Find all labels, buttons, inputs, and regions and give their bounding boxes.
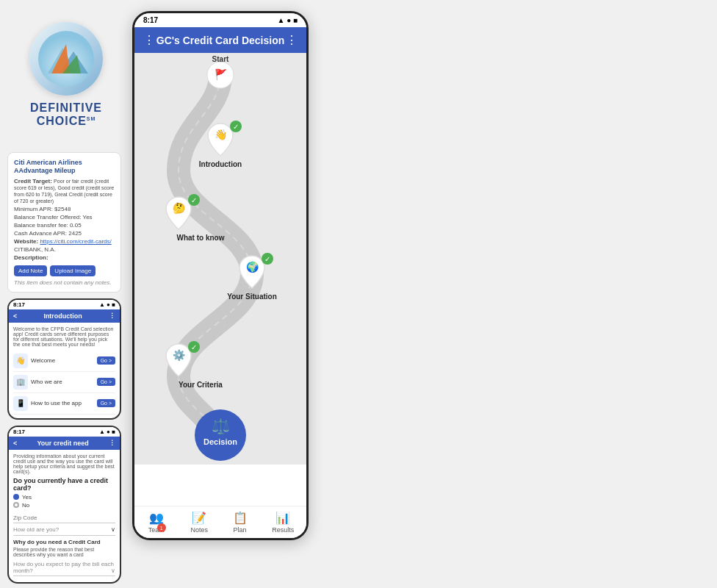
phone-credit-need: 8:17 ▲ ● ■ < Your credit need ⋮ Providin… bbox=[7, 426, 121, 584]
svg-text:Your Situation: Your Situation bbox=[227, 293, 277, 301]
logo-definitive: Definitive bbox=[30, 101, 102, 115]
logo-choice: ChoiceSM bbox=[30, 115, 102, 128]
logo-area: Definitive ChoiceSM bbox=[7, 7, 125, 143]
institution: CITIBANK, N.A. bbox=[14, 246, 115, 253]
left-column: Definitive ChoiceSM Citi American Airlin… bbox=[7, 7, 129, 588]
results-icon: 📊 bbox=[275, 511, 290, 525]
radio-no[interactable]: No bbox=[13, 502, 115, 509]
intro-item-welcome[interactable]: 👋 Welcome Go > bbox=[13, 351, 115, 372]
center-column: 8:17 ▲ ● ■ ⋮ GC's Credit Card Decision ⋮… bbox=[129, 7, 312, 588]
card-title: Citi American Airlines AAdvantage Mileup bbox=[14, 159, 115, 175]
svg-text:Start: Start bbox=[212, 55, 229, 63]
main-header: ⋮ GC's Credit Card Decision ⋮ bbox=[134, 27, 306, 53]
road-svg: Start 🚩 👋 ✓ Introduction 🤔 ✓ What to kno… bbox=[134, 53, 306, 465]
bottom-navigation: 👥 Team 1 📝 Notes 📋 Plan 📊 Results bbox=[134, 506, 306, 538]
logo-text: Definitive ChoiceSM bbox=[30, 101, 102, 128]
bill-payment-field[interactable]: How do you expect to pay the bill each m… bbox=[13, 559, 115, 576]
add-note-button[interactable]: Add Note bbox=[14, 265, 47, 276]
upload-image-button[interactable]: Upload Image bbox=[50, 265, 96, 276]
notes-empty-text: This item does not contain any notes. bbox=[14, 279, 115, 286]
svg-text:🤔: 🤔 bbox=[173, 202, 186, 215]
road-map: Start 🚩 👋 ✓ Introduction 🤔 ✓ What to kno… bbox=[134, 53, 306, 465]
who-icon: 🏢 bbox=[13, 375, 28, 390]
card-detail-panel: Citi American Airlines AAdvantage Mileup… bbox=[7, 152, 121, 293]
phone1-header: < Introduction ⋮ bbox=[9, 309, 120, 323]
phone-introduction: 8:17 ▲ ● ■ < Introduction ⋮ Welcome to t… bbox=[7, 298, 121, 420]
nav-team[interactable]: 👥 Team 1 bbox=[147, 511, 166, 534]
svg-text:✓: ✓ bbox=[191, 343, 197, 351]
website: Website: https://citi.com/credit-cards/ bbox=[14, 238, 115, 245]
how-go-btn[interactable]: Go > bbox=[97, 399, 115, 407]
main-status-bar: 8:17 ▲ ● ■ bbox=[134, 13, 306, 27]
phone2-content: Providing information about your current… bbox=[9, 450, 120, 582]
phone2-header: < Your credit need ⋮ bbox=[9, 437, 120, 450]
welcome-go-btn[interactable]: Go > bbox=[97, 356, 115, 365]
svg-text:What to know: What to know bbox=[177, 234, 225, 242]
svg-text:✓: ✓ bbox=[191, 196, 197, 204]
notes-icon: 📝 bbox=[192, 511, 206, 525]
how-icon: 📱 bbox=[13, 396, 28, 411]
svg-text:✓: ✓ bbox=[264, 255, 270, 263]
main-phone: 8:17 ▲ ● ■ ⋮ GC's Credit Card Decision ⋮… bbox=[132, 11, 309, 540]
svg-text:👋: 👋 bbox=[215, 129, 228, 141]
card-detail-buttons: Add Note Upload Image bbox=[14, 265, 115, 276]
phone1-status-bar: 8:17 ▲ ● ■ bbox=[9, 300, 120, 309]
svg-rect-5 bbox=[134, 53, 306, 465]
team-badge: 1 bbox=[157, 523, 166, 532]
svg-text:⚙️: ⚙️ bbox=[173, 349, 186, 362]
who-go-btn[interactable]: Go > bbox=[97, 378, 115, 386]
intro-item-how[interactable]: 📱 How to use the app Go > bbox=[13, 393, 115, 415]
logo-circle bbox=[29, 22, 103, 96]
phone2-status-bar: 8:17 ▲ ● ■ bbox=[9, 427, 120, 437]
min-apr: Minimum APR: $2548 bbox=[14, 206, 115, 212]
phone1-content: Welcome to the CFPB Credit Card selectio… bbox=[9, 323, 120, 418]
radio-yes[interactable]: Yes bbox=[13, 494, 115, 501]
welcome-icon: 👋 bbox=[13, 354, 28, 368]
svg-text:Decision: Decision bbox=[203, 437, 237, 446]
credit-card-question: Do you currently have a credit card? bbox=[13, 477, 115, 492]
intro-item-who[interactable]: 🏢 Who we are Go > bbox=[13, 372, 115, 393]
nav-notes[interactable]: 📝 Notes bbox=[190, 511, 208, 534]
nav-plan[interactable]: 📋 Plan bbox=[233, 511, 248, 534]
balance-fee: Balance transfer fee: 0.05 bbox=[14, 222, 115, 229]
svg-text:⚖️: ⚖️ bbox=[212, 417, 230, 435]
balance-transfer: Balance Transfer Offered: Yes bbox=[14, 214, 115, 220]
plan-icon: 📋 bbox=[233, 511, 248, 525]
nav-results[interactable]: 📊 Results bbox=[272, 511, 294, 534]
svg-text:🌍: 🌍 bbox=[246, 261, 259, 273]
svg-text:Introduction: Introduction bbox=[199, 160, 242, 168]
credit-target: Credit Target: Poor or fair credit (cred… bbox=[14, 178, 115, 204]
svg-text:Your Criteria: Your Criteria bbox=[179, 381, 223, 389]
description-label: Description: bbox=[14, 254, 115, 261]
main-title: GC's Credit Card Decision bbox=[155, 35, 286, 46]
zip-code-input[interactable] bbox=[13, 513, 115, 523]
svg-text:🚩: 🚩 bbox=[215, 68, 228, 81]
svg-text:✓: ✓ bbox=[233, 123, 239, 131]
svg-point-29 bbox=[195, 409, 246, 461]
cash-advance: Cash Advance APR: 2425 bbox=[14, 230, 115, 237]
